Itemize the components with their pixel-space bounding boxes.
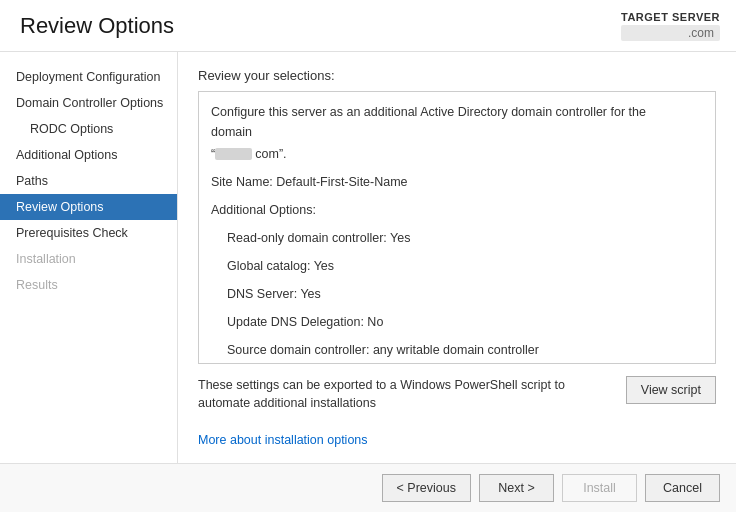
- sidebar-item-installation: Installation: [0, 246, 177, 272]
- review-line-gc: Global catalog: Yes: [211, 256, 687, 276]
- sidebar-item-rodc-options[interactable]: RODC Options: [0, 116, 177, 142]
- page-title: Review Options: [20, 13, 174, 39]
- review-line-0: Configure this server as an additional A…: [211, 102, 687, 142]
- main-layout: Deployment Configuration Domain Controll…: [0, 52, 736, 463]
- sidebar-item-prerequisites-check[interactable]: Prerequisites Check: [0, 220, 177, 246]
- sidebar-item-deployment-configuration[interactable]: Deployment Configuration: [0, 64, 177, 90]
- review-line-rodc: Read-only domain controller: Yes: [211, 228, 687, 248]
- header: Review Options TARGET SERVER .com: [0, 0, 736, 52]
- review-line-source-dc: Source domain controller: any writable d…: [211, 340, 687, 360]
- export-section: These settings can be exported to a Wind…: [198, 376, 716, 422]
- sidebar-item-review-options[interactable]: Review Options: [0, 194, 177, 220]
- sidebar-item-domain-controller-options[interactable]: Domain Controller Options: [0, 90, 177, 116]
- server-info: TARGET SERVER .com: [621, 11, 720, 41]
- review-line-dns: DNS Server: Yes: [211, 284, 687, 304]
- install-button: Install: [562, 474, 637, 502]
- footer: < Previous Next > Install Cancel: [0, 463, 736, 512]
- previous-button[interactable]: < Previous: [382, 474, 471, 502]
- review-text-box[interactable]: Configure this server as an additional A…: [198, 91, 716, 364]
- export-text: These settings can be exported to a Wind…: [198, 376, 618, 414]
- review-line-1: “ com”.: [211, 144, 687, 164]
- review-line-site: Site Name: Default-First-Site-Name: [211, 172, 687, 192]
- view-script-button[interactable]: View script: [626, 376, 716, 404]
- cancel-button[interactable]: Cancel: [645, 474, 720, 502]
- server-label: TARGET SERVER: [621, 11, 720, 23]
- sidebar: Deployment Configuration Domain Controll…: [0, 52, 178, 463]
- section-title: Review your selections:: [198, 68, 716, 83]
- sidebar-item-additional-options[interactable]: Additional Options: [0, 142, 177, 168]
- server-value: .com: [621, 25, 720, 41]
- content-area: Review your selections: Configure this s…: [178, 52, 736, 463]
- review-line-dns-delegation: Update DNS Delegation: No: [211, 312, 687, 332]
- export-row: These settings can be exported to a Wind…: [198, 376, 716, 422]
- review-line-additional: Additional Options:: [211, 200, 687, 220]
- next-button[interactable]: Next >: [479, 474, 554, 502]
- review-box-inner: Configure this server as an additional A…: [211, 102, 703, 360]
- sidebar-item-results: Results: [0, 272, 177, 298]
- sidebar-item-paths[interactable]: Paths: [0, 168, 177, 194]
- more-about-link[interactable]: More about installation options: [198, 433, 716, 447]
